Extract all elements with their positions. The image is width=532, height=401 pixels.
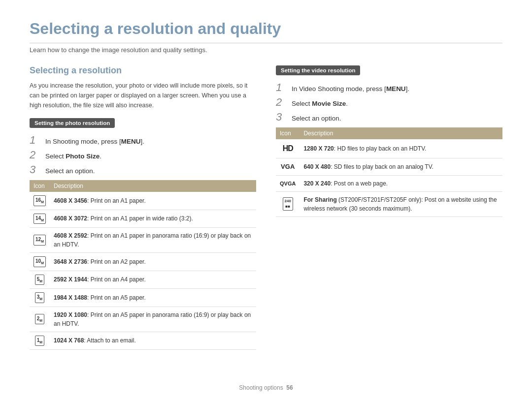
desc-cell: 1920 X 1080: Print on an A5 paper in pan… — [50, 307, 256, 332]
icon-qvga: QVGA — [280, 181, 296, 186]
icon-cell: 2M — [30, 307, 50, 332]
table-row: HD 1280 X 720: HD files to play back on … — [276, 139, 502, 158]
icon-cell: 16M — [30, 192, 50, 210]
icon-vga: VGA — [281, 163, 295, 170]
video-step-2-number: 2 — [276, 97, 288, 108]
step-1: 1 In Shooting mode, press [MENU]. — [30, 135, 256, 146]
table-row: 2M 1920 X 1080: Print on an A5 paper in … — [30, 307, 256, 332]
desc-cell: 4608 X 2592: Print on an A1 paper in pan… — [50, 228, 256, 253]
icon-hd: HD — [283, 144, 293, 153]
desc-cell: 2592 X 1944: Print on an A4 paper. — [50, 271, 256, 289]
video-step-2: 2 Select Movie Size. — [276, 97, 502, 108]
video-table-header-desc: Description — [299, 127, 502, 139]
desc-cell: For Sharing (ST200F/ST201F/ST205F only):… — [299, 191, 502, 216]
video-table-header-icon: Icon — [276, 127, 299, 139]
left-section-heading: Selecting a resolution — [30, 65, 256, 76]
video-step-1: 1 In Video Shooting mode, press [MENU]. — [276, 82, 502, 93]
footer-text: Shooting options 56 — [239, 384, 293, 391]
video-table-header-row: Icon Description — [276, 127, 502, 139]
icon-10m: 10M — [33, 256, 46, 267]
icon-sharing: 240■■ — [283, 197, 293, 211]
page-title: Selecting a resolution and quality — [30, 20, 502, 43]
icon-cell: 14M — [30, 210, 50, 228]
desc-cell: 640 X 480: SD files to play back on an a… — [299, 158, 502, 176]
step-3: 3 Select an option. — [30, 164, 256, 175]
desc-cell: 1024 X 768: Attach to an email. — [50, 332, 256, 350]
table-row: 16M 4608 X 3456: Print on an A1 paper. — [30, 192, 256, 210]
icon-16m: 16M — [33, 195, 46, 206]
table-row: 1M 1024 X 768: Attach to an email. — [30, 332, 256, 350]
desc-cell: 1280 X 720: HD files to play back on an … — [299, 139, 502, 158]
left-column: Selecting a resolution As you increase t… — [30, 65, 256, 350]
table-row: 3M 1984 X 1488: Print on an A5 paper. — [30, 289, 256, 307]
photo-options-table: Icon Description 16M 4608 X 3456: Print … — [30, 180, 256, 350]
icon-cell: QVGA — [276, 175, 299, 191]
icon-12m: 12M — [33, 235, 46, 246]
photo-badge: Setting the photo resolution — [30, 118, 115, 128]
table-row: VGA 640 X 480: SD files to play back on … — [276, 158, 502, 176]
icon-cell: 12M — [30, 228, 50, 253]
footer-page: 56 — [286, 384, 293, 391]
icon-cell: 1M — [30, 332, 50, 350]
page: Selecting a resolution and quality Learn… — [0, 0, 532, 401]
video-step-3-number: 3 — [276, 112, 288, 123]
step-3-number: 3 — [30, 164, 41, 175]
step-2-number: 2 — [30, 150, 41, 160]
step-1-text: In Shooting mode, press [MENU]. — [45, 138, 144, 145]
desc-cell: 4608 X 3072: Print on an A1 paper in wid… — [50, 210, 256, 228]
icon-5m: 5M — [35, 275, 44, 285]
video-step-2-text: Select Movie Size. — [292, 100, 348, 107]
icon-3m: 3M — [35, 292, 44, 303]
left-section-intro: As you increase the resolution, your pho… — [30, 81, 256, 110]
photo-table-header-desc: Description — [50, 180, 256, 192]
desc-cell: 320 X 240: Post on a web page. — [299, 175, 502, 191]
step-1-number: 1 — [30, 135, 41, 146]
icon-cell: 10M — [30, 253, 50, 271]
desc-cell: 4608 X 3456: Print on an A1 paper. — [50, 192, 256, 210]
step-2-text: Select Photo Size. — [45, 153, 101, 160]
icon-cell: 3M — [30, 289, 50, 307]
video-step-1-text: In Video Shooting mode, press [MENU]. — [292, 85, 409, 93]
photo-table-header-icon: Icon — [30, 180, 50, 192]
page-subtitle: Learn how to change the image resolution… — [30, 46, 502, 54]
table-row: 14M 4608 X 3072: Print on an A1 paper in… — [30, 210, 256, 228]
icon-14m: 14M — [33, 214, 46, 224]
table-row: QVGA 320 X 240: Post on a web page. — [276, 175, 502, 191]
icon-2m: 2M — [35, 314, 44, 325]
video-options-table: Icon Description HD 1280 X 720: HD files… — [276, 127, 502, 217]
icon-cell: VGA — [276, 158, 299, 176]
icon-cell: 240■■ — [276, 191, 299, 216]
step-2: 2 Select Photo Size. — [30, 150, 256, 160]
icon-cell: HD — [276, 139, 299, 158]
table-row: 5M 2592 X 1944: Print on an A4 paper. — [30, 271, 256, 289]
icon-cell: 5M — [30, 271, 50, 289]
step-3-text: Select an option. — [45, 167, 95, 175]
table-row: 10M 3648 X 2736: Print on an A2 paper. — [30, 253, 256, 271]
desc-cell: 3648 X 2736: Print on an A2 paper. — [50, 253, 256, 271]
table-row: 240■■ For Sharing (ST200F/ST201F/ST205F … — [276, 191, 502, 216]
photo-table-header-row: Icon Description — [30, 180, 256, 192]
right-column: Setting the video resolution 1 In Video … — [276, 65, 502, 350]
icon-1m: 1M — [35, 336, 44, 346]
table-row: 12M 4608 X 2592: Print on an A1 paper in… — [30, 228, 256, 253]
footer: Shooting options 56 — [0, 384, 532, 391]
video-badge: Setting the video resolution — [276, 65, 360, 75]
desc-cell: 1984 X 1488: Print on an A5 paper. — [50, 289, 256, 307]
video-step-3: 3 Select an option. — [276, 112, 502, 123]
video-step-1-number: 1 — [276, 82, 288, 93]
video-step-3-text: Select an option. — [292, 115, 341, 122]
content-columns: Selecting a resolution As you increase t… — [30, 65, 502, 350]
